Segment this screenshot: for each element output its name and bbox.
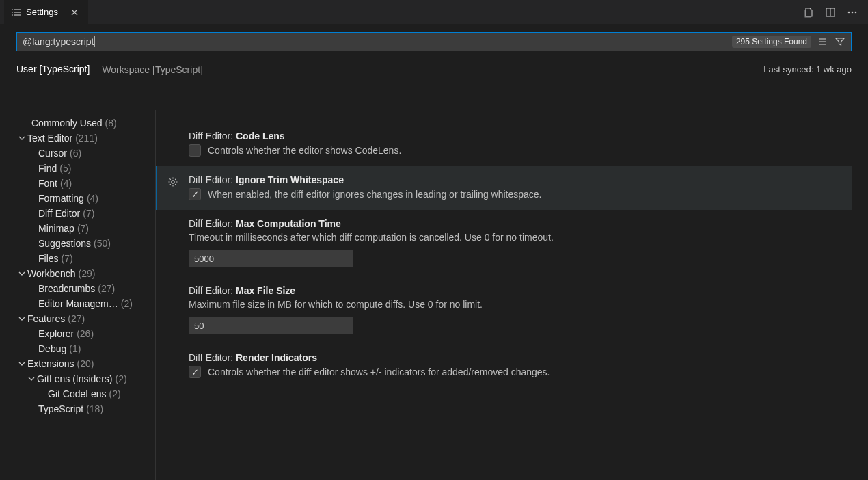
toc-count: (7) <box>83 208 94 219</box>
toc-item[interactable]: GitLens (Insiders) (2) <box>0 371 155 386</box>
tab-title: Settings <box>26 7 58 17</box>
close-tab-button[interactable] <box>68 5 81 19</box>
setting-name: Ignore Trim Whitespace <box>236 174 344 185</box>
toc-label: Debug <box>38 343 66 354</box>
toc-label: Text Editor <box>27 133 72 144</box>
toc-count: (2) <box>115 373 126 384</box>
svg-point-16 <box>172 181 174 183</box>
toc-item[interactable]: Cursor (6) <box>0 146 155 161</box>
setting-prefix: Diff Editor: <box>189 218 236 229</box>
chevron-down-icon <box>16 268 27 279</box>
setting-diff-render-indicators: Diff Editor: Render Indicators Controls … <box>156 344 852 388</box>
setting-diff-max-file-size: Diff Editor: Max File Size Maximum file … <box>156 277 852 344</box>
toc-label: Git CodeLens <box>48 388 107 399</box>
last-synced-text[interactable]: Last synced: 1 wk ago <box>763 64 852 75</box>
setting-name: Render Indicators <box>236 352 317 363</box>
toc-label: Find <box>38 163 57 174</box>
toc-item[interactable]: Explorer (26) <box>0 326 155 341</box>
search-value: @lang:typescript <box>23 36 732 47</box>
toc-label: Cursor <box>38 148 67 159</box>
setting-diff-max-computation-time: Diff Editor: Max Computation Time Timeou… <box>156 210 852 277</box>
setting-description: When enabled, the diff editor ignores ch… <box>208 189 542 200</box>
checkbox-render-indicators[interactable] <box>189 366 201 378</box>
input-max-file-size[interactable] <box>189 317 353 334</box>
toc-count: (5) <box>59 163 71 174</box>
filter-icon[interactable] <box>833 35 847 49</box>
toc-label: Diff Editor <box>38 208 80 219</box>
split-editor-icon[interactable] <box>824 6 837 18</box>
title-actions <box>802 6 864 18</box>
toc-label: Workbench <box>27 268 76 279</box>
setting-name: Max File Size <box>236 285 295 296</box>
toc-label: Suggestions <box>38 238 91 249</box>
clear-search-icon[interactable] <box>815 35 829 49</box>
checkbox-code-lens[interactable] <box>189 144 201 157</box>
toc-label: Editor Managem… <box>38 298 118 309</box>
toc-item[interactable]: Extensions (20) <box>0 356 155 371</box>
toc-count: (7) <box>62 253 73 264</box>
setting-description: Timeout in milliseconds after which diff… <box>189 232 838 243</box>
toc-count: (27) <box>98 283 115 294</box>
settings-found-count: 295 Settings Found <box>732 36 811 48</box>
open-settings-json-icon[interactable] <box>802 6 815 18</box>
chevron-down-icon <box>26 373 37 384</box>
toc-item[interactable]: Editor Managem… (2) <box>0 296 155 311</box>
svg-point-12 <box>855 11 857 13</box>
editor-tab-bar: Settings <box>0 0 868 24</box>
toc-item[interactable]: Files (7) <box>0 251 155 266</box>
settings-scope-tabs: User [TypeScript] Workspace [TypeScript]… <box>0 51 868 79</box>
toc-count: (6) <box>70 148 81 159</box>
toc-item[interactable]: Suggestions (50) <box>0 236 155 251</box>
toc-count: (1) <box>69 343 81 354</box>
toc-label: Explorer <box>38 328 74 339</box>
toc-item[interactable]: Text Editor (211) <box>0 131 155 146</box>
toc-count: (26) <box>77 328 94 339</box>
toc-item[interactable]: Minimap (7) <box>0 221 155 236</box>
toc-item[interactable]: Find (5) <box>0 161 155 176</box>
setting-prefix: Diff Editor: <box>189 352 236 363</box>
toc-label: Font <box>38 178 57 189</box>
input-max-computation-time[interactable] <box>189 250 353 267</box>
svg-point-11 <box>852 11 854 13</box>
svg-point-10 <box>848 11 850 13</box>
toc-item[interactable]: Diff Editor (7) <box>0 206 155 221</box>
toc-item[interactable]: Breadcrumbs (27) <box>0 281 155 296</box>
setting-description: Controls whether the editor shows CodeLe… <box>208 145 401 156</box>
settings-search-row: @lang:typescript 295 Settings Found <box>0 24 868 51</box>
gear-icon[interactable] <box>167 176 179 188</box>
settings-search-input[interactable]: @lang:typescript 295 Settings Found <box>16 32 852 51</box>
toc-label: TypeScript <box>38 403 83 414</box>
toc-count: (50) <box>94 238 111 249</box>
setting-name: Code Lens <box>236 131 285 142</box>
toc-label: Commonly Used <box>31 118 102 129</box>
chevron-down-icon <box>16 133 27 144</box>
setting-name: Max Computation Time <box>236 218 341 229</box>
toc-label: Files <box>38 253 59 264</box>
toc-item[interactable]: Commonly Used (8) <box>0 116 155 131</box>
toc-item[interactable]: Workbench (29) <box>0 266 155 281</box>
setting-prefix: Diff Editor: <box>189 285 236 296</box>
toc-item[interactable]: Features (27) <box>0 311 155 326</box>
setting-diff-code-lens: Diff Editor: Code Lens Controls whether … <box>156 122 852 166</box>
toc-item[interactable]: TypeScript (18) <box>0 401 155 416</box>
settings-list-icon <box>11 7 22 18</box>
chevron-down-icon <box>16 358 27 369</box>
toc-label: Formatting <box>38 193 84 204</box>
toc-item[interactable]: Formatting (4) <box>0 191 155 206</box>
toc-count: (8) <box>105 118 116 129</box>
toc-count: (211) <box>75 133 98 144</box>
checkbox-ignore-trim[interactable] <box>189 188 201 200</box>
toc-item[interactable]: Font (4) <box>0 176 155 191</box>
toc-label: GitLens (Insiders) <box>37 373 112 384</box>
scope-tab-user[interactable]: User [TypeScript] <box>16 59 90 79</box>
settings-list[interactable]: Diff Editor: Code Lens Controls whether … <box>156 110 868 480</box>
toc-count: (2) <box>121 298 133 309</box>
setting-diff-ignore-trim: Diff Editor: Ignore Trim Whitespace When… <box>156 166 852 210</box>
toc-count: (7) <box>77 223 89 234</box>
toc-item[interactable]: Git CodeLens (2) <box>0 386 155 401</box>
scope-tab-workspace[interactable]: Workspace [TypeScript] <box>102 60 203 79</box>
settings-toc[interactable]: Commonly Used (8)Text Editor (211)Cursor… <box>0 110 156 480</box>
more-actions-icon[interactable] <box>846 6 858 18</box>
settings-tab[interactable]: Settings <box>4 0 88 24</box>
toc-item[interactable]: Debug (1) <box>0 341 155 356</box>
